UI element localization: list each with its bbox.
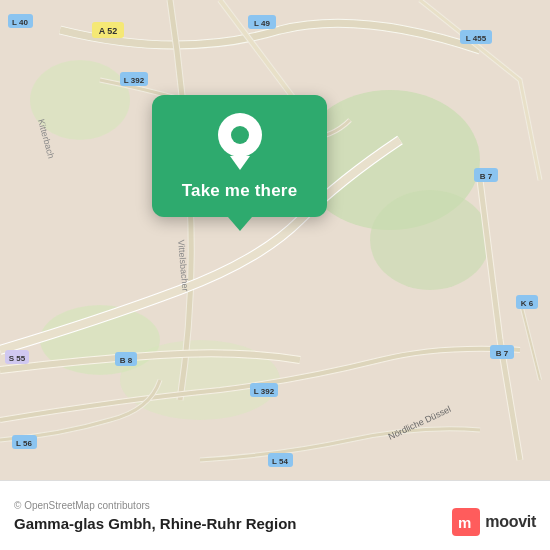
svg-text:L 54: L 54: [272, 457, 288, 466]
take-me-there-button[interactable]: Take me there: [182, 179, 298, 203]
bottom-bar: © OpenStreetMap contributors Gamma-glas …: [0, 480, 550, 550]
svg-text:L 49: L 49: [254, 19, 270, 28]
svg-point-2: [370, 190, 490, 290]
svg-text:S 55: S 55: [9, 354, 26, 363]
pin-head: [218, 113, 262, 157]
svg-text:L 40: L 40: [12, 18, 28, 27]
map-container: A 52 L 49 L 455 L 392 L 392 B 7 B 7 K 6 …: [0, 0, 550, 480]
popup-card: Take me there: [152, 95, 327, 217]
location-pin: [214, 113, 266, 173]
pin-tail: [230, 156, 250, 170]
svg-text:L 455: L 455: [466, 34, 487, 43]
svg-text:m: m: [458, 514, 471, 531]
svg-text:L 392: L 392: [124, 76, 145, 85]
svg-text:L 392: L 392: [254, 387, 275, 396]
location-name: Gamma-glas Gmbh, Rhine-Ruhr Region: [14, 515, 297, 532]
moovit-logo: m moovit: [452, 508, 536, 536]
svg-text:B 8: B 8: [120, 356, 133, 365]
moovit-m-icon: m: [452, 508, 480, 536]
svg-text:B 7: B 7: [480, 172, 493, 181]
pin-dot: [231, 126, 249, 144]
svg-text:A 52: A 52: [99, 26, 118, 36]
svg-text:L 56: L 56: [16, 439, 32, 448]
svg-text:B 7: B 7: [496, 349, 509, 358]
moovit-text: moovit: [485, 513, 536, 531]
svg-text:K 6: K 6: [521, 299, 534, 308]
